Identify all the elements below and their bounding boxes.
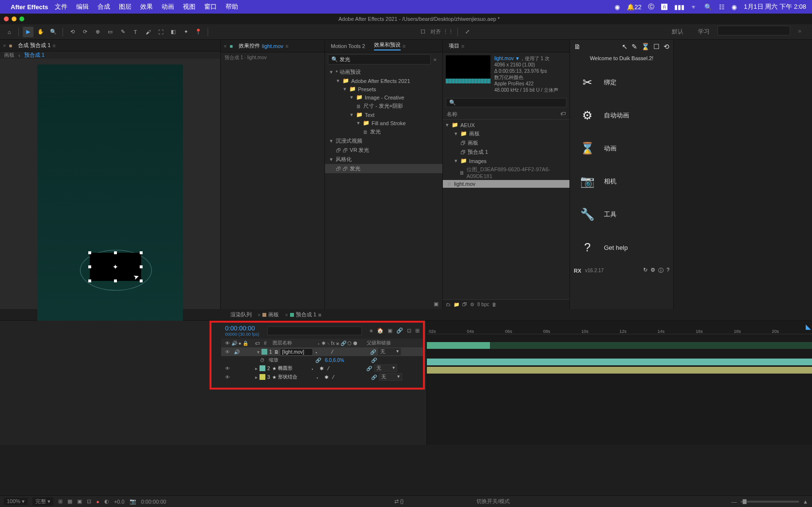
timeline-zoom-slider[interactable] (741, 501, 799, 503)
preview-time[interactable]: 0:00:00:00 (141, 499, 166, 505)
menu-file[interactable]: 文件 (55, 2, 67, 11)
toolbar-extra-icon[interactable]: ⤢ (462, 27, 472, 37)
resize-handle[interactable] (114, 251, 117, 254)
visibility-toggle[interactable]: 👁 (225, 366, 232, 371)
parent-dropdown[interactable]: 无▾ (374, 364, 397, 372)
minimize-window-icon[interactable] (12, 16, 16, 21)
layer-bar[interactable] (427, 358, 812, 366)
layer-bar[interactable] (427, 366, 812, 374)
wifi-icon[interactable]: ᯤ (691, 3, 698, 11)
spotlight-icon[interactable]: 🔍 (704, 3, 712, 11)
snapshot-icon[interactable]: 📷 (130, 498, 136, 505)
effects-tree[interactable]: ▾* 动画预设 ▾📁 Adobe After Effects 2021 ▾📁 P… (325, 66, 442, 174)
layer-color-swatch[interactable] (260, 365, 265, 371)
interpret-footage-icon[interactable]: 🗀 (446, 302, 451, 307)
visibility-toggle[interactable]: 👁 (225, 349, 232, 355)
channel-icon[interactable]: ● (96, 499, 99, 505)
zoom-out-icon[interactable]: — (731, 499, 737, 505)
duik-tool-5-icon[interactable]: ⟲ (664, 43, 669, 50)
resize-handle[interactable] (140, 279, 143, 282)
layer-row[interactable]: 👁🔊 ▾ 1 🗎 [light.mov] ⬩∕ 🔗 无▾ (221, 347, 423, 356)
motion-tools-tab[interactable]: Motion Tools 2 (328, 41, 368, 51)
duik-rigging-button[interactable]: ✂绑定 (570, 66, 673, 99)
resize-handle[interactable] (140, 251, 143, 254)
scale-value[interactable]: 6.0,6.0% (325, 358, 344, 363)
twirl-icon[interactable]: ▸ (255, 366, 258, 371)
resize-handle[interactable] (88, 279, 91, 282)
region-icon[interactable]: ⊡ (87, 498, 91, 505)
status-c-icon[interactable]: Ⓒ (648, 2, 654, 11)
work-area-end-icon[interactable]: ◣ (806, 323, 811, 330)
siri-icon[interactable]: ◉ (731, 3, 737, 11)
layer-name[interactable]: 椭圆形 (278, 365, 292, 372)
exposure-value[interactable]: +0.0 (114, 499, 125, 505)
anchor-point-icon[interactable]: ✦ (113, 263, 118, 271)
snap-opts-icon[interactable]: ⋮⋮ (443, 27, 454, 37)
menu-composition[interactable]: 合成 (97, 2, 110, 11)
parent-dropdown[interactable]: 无▾ (378, 348, 401, 356)
visibility-toggle[interactable]: 👁 (225, 375, 232, 380)
effect-controls-tab[interactable]: 效果控件 light.mov ≡ (236, 40, 291, 51)
resize-handle[interactable] (88, 251, 91, 254)
resolution-dropdown[interactable]: 完整 ▾ (32, 497, 53, 506)
project-tab[interactable]: 项目 ≡ (446, 40, 467, 51)
transparency-grid-icon[interactable]: ▦ (67, 498, 72, 505)
render-queue-tab[interactable]: 渲染队列 (230, 311, 252, 318)
eraser-tool[interactable]: ◧ (168, 27, 179, 37)
panel-overflow-icon[interactable]: ▣ (434, 301, 438, 307)
composition-tab[interactable]: 合成 预合成 1 ≡ (15, 40, 59, 51)
duik-animation-button[interactable]: ⌛动画 (570, 132, 673, 165)
timeline-comp-a-tab[interactable]: × 画板 (258, 311, 279, 318)
twirl-icon[interactable]: ▾ (257, 349, 260, 355)
twirl-icon[interactable]: ▸ (255, 375, 258, 380)
effects-presets-tab[interactable]: 效果和预设 ≡ (371, 39, 408, 52)
composition-viewer[interactable]: ✦ ➤ (0, 59, 220, 343)
breadcrumb-current[interactable]: 预合成 1 (24, 51, 45, 59)
brush-tool[interactable]: 🖌 (143, 27, 153, 37)
maximize-window-icon[interactable] (19, 16, 24, 21)
menu-edit[interactable]: 编辑 (76, 2, 89, 11)
scale-property-row[interactable]: ⏱ 缩放 🔗 6.0,6.0% 🔗 (221, 356, 423, 364)
effects-search-input[interactable]: 发光 (328, 54, 431, 65)
fast-preview-icon[interactable]: ⊞ (58, 498, 63, 505)
pickwhip-icon[interactable]: 🔗 (370, 349, 376, 355)
project-tree[interactable]: ▾📁 AEUX ▾📁 画板 🗇 画板 🗇 预合成 1 ▾📁 Images 🗎 位… (443, 120, 569, 189)
home-button[interactable]: ⌂ (4, 27, 15, 37)
timeline-tracks[interactable]: 02s 04s 06s 08s 10s 12s 14s 16s 18s 20s … (427, 321, 812, 445)
rotate-tool[interactable]: ⟳ (80, 27, 90, 37)
stopwatch-icon[interactable]: ⏱ (260, 358, 265, 363)
layer-color-swatch[interactable] (260, 374, 265, 380)
clock[interactable]: 1月1日 周六 下午 2:08 (744, 2, 806, 11)
workspace-default[interactable]: 默认 (665, 26, 690, 38)
orbit-tool[interactable]: ⟲ (67, 27, 78, 37)
layer-name-input[interactable]: [light.mov] (280, 348, 313, 356)
resize-handle[interactable] (114, 279, 117, 282)
tl-opt-4-icon[interactable]: 🔗 (396, 327, 403, 334)
menu-effect[interactable]: 效果 (140, 2, 153, 11)
tl-opt-2-icon[interactable]: 🏠 (377, 327, 384, 334)
bpc-button[interactable]: 8 bpc (477, 302, 489, 307)
menu-layer[interactable]: 图层 (119, 2, 131, 11)
col-parent[interactable]: 父级和链接 (367, 340, 391, 346)
zoom-in-icon[interactable]: ▲ (803, 499, 808, 505)
record-icon[interactable]: ◉ (615, 3, 620, 11)
control-center-icon[interactable]: ☷ (719, 3, 725, 11)
delete-icon[interactable]: 🗑 (492, 302, 497, 307)
timeline-search[interactable] (267, 327, 362, 335)
parent-dropdown[interactable]: 无▾ (379, 373, 402, 381)
pan-behind-tool[interactable]: ⊕ (92, 27, 103, 37)
layer-row[interactable]: 👁 ▸ 2 ★ 椭圆形 ⬩✱∕ 🔗 无▾ (221, 364, 423, 373)
project-search-input[interactable]: 🔍 (446, 98, 567, 107)
duik-automation-button[interactable]: ⚙自动动画 (570, 99, 673, 132)
menu-window[interactable]: 窗口 (204, 2, 217, 11)
clear-search-icon[interactable]: × (431, 57, 439, 63)
tl-opt-6-icon[interactable]: ⊞ (415, 327, 420, 334)
workspace-search[interactable] (717, 26, 790, 35)
duik-info-icon[interactable]: ⓘ (658, 267, 664, 274)
col-layer-name[interactable]: 图层名称 (273, 340, 315, 346)
new-folder-icon[interactable]: 📁 (454, 302, 459, 307)
composition-canvas[interactable]: ✦ ➤ (37, 65, 183, 337)
menu-help[interactable]: 帮助 (226, 2, 238, 11)
time-ruler[interactable]: 02s 04s 06s 08s 10s 12s 14s 16s 18s 20s … (427, 321, 812, 334)
duik-tools-button[interactable]: 🔧工具 (570, 198, 673, 231)
